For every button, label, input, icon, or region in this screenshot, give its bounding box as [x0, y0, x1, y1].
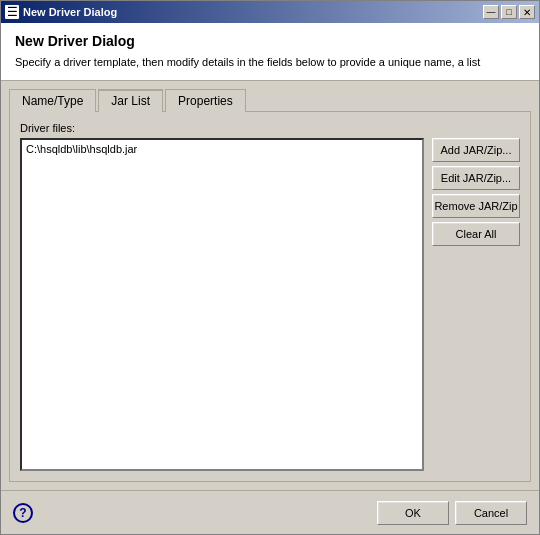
file-list[interactable]: C:\hsqldb\lib\hsqldb.jar — [20, 138, 424, 471]
minimize-button[interactable]: — — [483, 5, 499, 19]
dialog-body: Name/Type Jar List Properties Driver fil… — [1, 81, 539, 490]
footer-buttons: OK Cancel — [377, 501, 527, 525]
driver-files-label: Driver files: — [20, 122, 520, 134]
close-button[interactable]: ✕ — [519, 5, 535, 19]
ok-button[interactable]: OK — [377, 501, 449, 525]
title-bar-text: New Driver Dialog — [23, 6, 117, 18]
edit-jar-button[interactable]: Edit JAR/Zip... — [432, 166, 520, 190]
dialog-description: Specify a driver template, then modify d… — [15, 55, 525, 70]
help-button[interactable]: ? — [13, 503, 33, 523]
dialog-header: New Driver Dialog Specify a driver templ… — [1, 23, 539, 81]
title-bar-left: ☰ New Driver Dialog — [5, 5, 117, 19]
tab-name-type[interactable]: Name/Type — [9, 89, 96, 112]
window: ☰ New Driver Dialog — □ ✕ New Driver Dia… — [0, 0, 540, 535]
window-icon: ☰ — [5, 5, 19, 19]
title-bar-buttons: — □ ✕ — [483, 5, 535, 19]
footer-left: ? — [13, 503, 33, 523]
tab-content: Driver files: C:\hsqldb\lib\hsqldb.jar A… — [9, 111, 531, 482]
content-area: C:\hsqldb\lib\hsqldb.jar Add JAR/Zip... … — [20, 138, 520, 471]
clear-all-button[interactable]: Clear All — [432, 222, 520, 246]
button-column: Add JAR/Zip... Edit JAR/Zip... Remove JA… — [432, 138, 520, 471]
list-item: C:\hsqldb\lib\hsqldb.jar — [24, 142, 420, 156]
tabs: Name/Type Jar List Properties — [9, 89, 531, 112]
remove-jar-button[interactable]: Remove JAR/Zip — [432, 194, 520, 218]
add-jar-button[interactable]: Add JAR/Zip... — [432, 138, 520, 162]
dialog-title: New Driver Dialog — [15, 33, 525, 49]
dialog-footer: ? OK Cancel — [1, 490, 539, 534]
maximize-button[interactable]: □ — [501, 5, 517, 19]
cancel-button[interactable]: Cancel — [455, 501, 527, 525]
title-bar: ☰ New Driver Dialog — □ ✕ — [1, 1, 539, 23]
tab-jar-list[interactable]: Jar List — [98, 89, 163, 112]
tab-properties[interactable]: Properties — [165, 89, 246, 112]
